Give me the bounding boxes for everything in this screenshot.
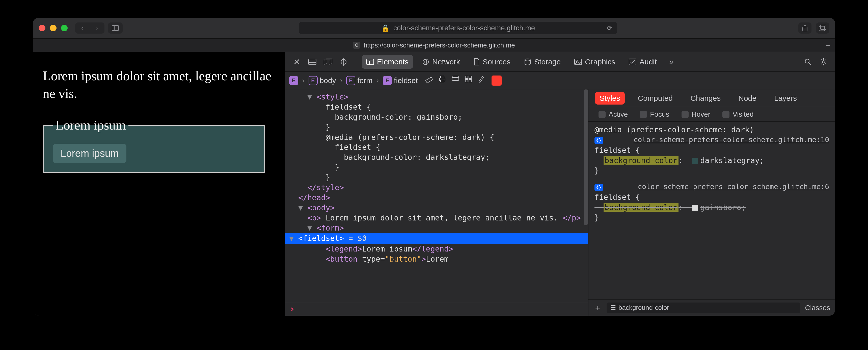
dom-line[interactable]: </head> xyxy=(285,193,588,203)
dom-line[interactable]: <p> Lorem ipsum dolor sit amet, legere a… xyxy=(285,213,588,223)
breadcrumb-fieldset[interactable]: Efieldset xyxy=(383,76,418,85)
pseudo-hover[interactable]: Hover xyxy=(682,110,711,118)
svg-rect-34 xyxy=(440,76,444,78)
svg-point-17 xyxy=(525,59,530,61)
console-drawer[interactable]: › xyxy=(285,302,588,316)
dom-selected-node[interactable]: ▼ <fieldset> = $0 xyxy=(285,233,588,244)
paint-flashing-icon[interactable] xyxy=(477,76,484,86)
tab-graphics[interactable]: Graphics xyxy=(570,55,620,69)
minimize-window-button[interactable] xyxy=(50,25,57,31)
pseudo-focus[interactable]: Focus xyxy=(640,110,669,118)
dom-line[interactable]: ▼ <body> xyxy=(285,203,588,213)
rule-source-link[interactable]: color-scheme-prefers-color-scheme.glitch… xyxy=(633,135,829,145)
target-icon[interactable] xyxy=(338,56,349,67)
dock-side-icon[interactable] xyxy=(322,56,334,67)
dom-line[interactable]: fieldset { xyxy=(285,142,588,152)
svg-rect-4 xyxy=(819,26,825,31)
dom-line[interactable]: ▼ <style> xyxy=(285,92,588,102)
ruler-icon[interactable] xyxy=(426,76,433,86)
breadcrumb-form[interactable]: Eform xyxy=(346,76,372,85)
page-button[interactable]: Lorem ipsum xyxy=(53,144,126,163)
devtools-toolbar: ✕ Elements Network Sources Storage Graph… xyxy=(285,52,835,72)
settings-icon[interactable] xyxy=(818,56,829,67)
stylesheet-icon[interactable]: {} xyxy=(594,184,603,191)
styles-tab-styles[interactable]: Styles xyxy=(595,92,625,105)
styles-panel: Styles Computed Changes Node Layers Acti… xyxy=(588,89,835,316)
dom-line[interactable]: ▼ <form> xyxy=(285,223,588,233)
new-tab-button[interactable]: ＋ xyxy=(824,40,832,51)
back-button[interactable]: ‹ xyxy=(75,23,90,34)
page-paragraph: Lorem ipsum dolor sit amet, legere ancil… xyxy=(43,67,275,103)
network-icon xyxy=(422,58,429,65)
styles-filter-input[interactable]: ☰ background-color xyxy=(607,302,800,313)
styles-tab-computed[interactable]: Computed xyxy=(633,92,677,105)
close-window-button[interactable] xyxy=(39,25,45,31)
graphics-icon xyxy=(574,59,582,65)
dom-line[interactable]: } xyxy=(285,173,588,182)
print-styles-icon[interactable] xyxy=(438,76,446,86)
dom-line[interactable]: } xyxy=(285,122,588,132)
page-content: Lorem ipsum dolor sit amet, legere ancil… xyxy=(33,52,285,316)
tabs-overview-button[interactable] xyxy=(816,23,829,34)
tab-item[interactable]: C https://color-scheme-prefers-color-sch… xyxy=(353,41,515,49)
address-bar[interactable]: 🔒 color-scheme-prefers-color-scheme.glit… xyxy=(299,22,617,34)
tab-favicon: C xyxy=(353,42,360,49)
dom-line[interactable]: <button type="button">Lorem xyxy=(285,254,588,264)
dom-line[interactable]: fieldset { xyxy=(285,102,588,112)
svg-point-23 xyxy=(822,61,825,63)
rule-source-link[interactable]: color-scheme-prefers-color-scheme.glitch… xyxy=(638,182,829,192)
new-rule-button[interactable]: ＋ xyxy=(593,302,602,314)
dom-tree[interactable]: ▼ <style> fieldset { background-color: g… xyxy=(285,89,588,316)
dom-line[interactable]: background-color: gainsboro; xyxy=(285,112,588,122)
styles-tab-changes[interactable]: Changes xyxy=(686,92,725,105)
sidebar-toggle-button[interactable] xyxy=(108,23,123,34)
force-appearance-icon[interactable] xyxy=(452,76,459,86)
breadcrumb-body[interactable]: Ebody xyxy=(309,76,336,85)
styles-tab-layers[interactable]: Layers xyxy=(770,92,801,105)
compositing-borders-button[interactable] xyxy=(492,76,502,86)
tab-elements[interactable]: Elements xyxy=(362,55,413,69)
close-devtools-button[interactable]: ✕ xyxy=(291,56,302,67)
tab-sources[interactable]: Sources xyxy=(469,55,515,69)
scrollbar[interactable] xyxy=(584,89,588,225)
dom-line[interactable]: <legend>Lorem ipsum</legend> xyxy=(285,244,588,254)
page-fieldset: Lorem ipsum Lorem ipsum xyxy=(43,118,265,173)
dom-line[interactable]: } xyxy=(285,163,588,173)
search-icon[interactable] xyxy=(802,56,813,67)
tab-audit[interactable]: Audit xyxy=(624,55,661,69)
grid-overlay-icon[interactable] xyxy=(465,76,472,86)
styles-tab-node[interactable]: Node xyxy=(734,92,761,105)
dom-line[interactable]: @media (prefers-color-scheme: dark) { xyxy=(285,132,588,142)
stylesheet-icon[interactable]: {} xyxy=(594,137,603,144)
svg-line-30 xyxy=(821,63,822,64)
share-button[interactable] xyxy=(798,23,811,34)
styles-footer: ＋ ☰ background-color Classes xyxy=(588,299,835,316)
svg-line-22 xyxy=(809,63,811,65)
property-value[interactable]: darkslategray xyxy=(700,156,760,165)
reload-button[interactable]: ⟳ xyxy=(607,24,612,32)
dom-line[interactable]: background-color: darkslategray; xyxy=(285,152,588,163)
tab-storage[interactable]: Storage xyxy=(520,55,565,69)
forward-button[interactable]: › xyxy=(90,23,104,34)
zoom-window-button[interactable] xyxy=(61,25,68,31)
breadcrumb-root[interactable]: E xyxy=(289,76,298,85)
style-rules[interactable]: @media (prefers-color-scheme: dark) {}co… xyxy=(588,122,835,299)
color-swatch-icon[interactable] xyxy=(692,158,698,164)
property-value[interactable]: gainsboro xyxy=(700,203,741,212)
tab-network[interactable]: Network xyxy=(417,55,465,69)
overflow-tabs-button[interactable]: » xyxy=(666,56,677,67)
styles-tabs: Styles Computed Changes Node Layers xyxy=(588,89,835,107)
tab-strip: C https://color-scheme-prefers-color-sch… xyxy=(33,38,835,52)
svg-rect-6 xyxy=(309,59,316,65)
pseudo-visited[interactable]: Visited xyxy=(722,110,754,118)
pseudo-active[interactable]: Active xyxy=(598,110,628,118)
svg-point-16 xyxy=(423,59,429,65)
classes-toggle-button[interactable]: Classes xyxy=(805,304,830,312)
storage-icon xyxy=(524,58,531,65)
color-swatch-icon[interactable] xyxy=(692,205,698,211)
property-name[interactable]: background-color xyxy=(603,203,679,212)
dock-bottom-icon[interactable] xyxy=(307,56,318,67)
traffic-lights xyxy=(39,25,68,31)
dom-line[interactable]: </style> xyxy=(285,182,588,193)
property-name[interactable]: background-color xyxy=(603,156,679,165)
